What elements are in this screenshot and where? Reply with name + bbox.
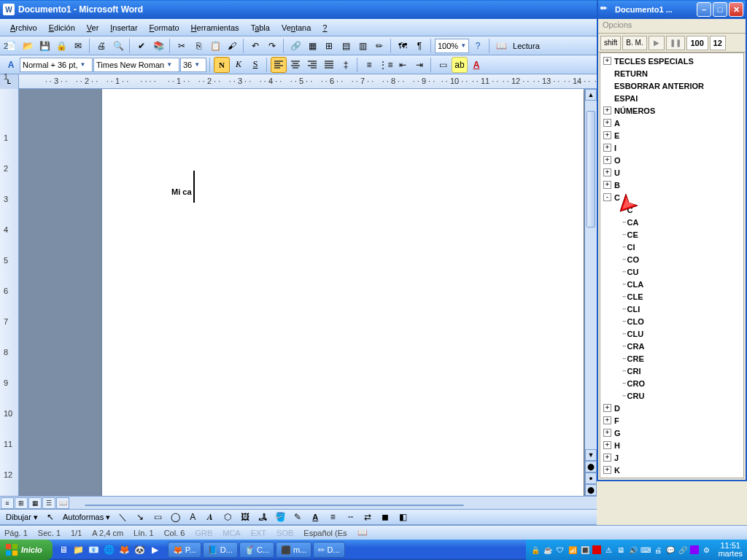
pause-button[interactable]: ❚❚	[666, 36, 685, 50]
research-button[interactable]: 📚	[150, 38, 166, 54]
fontsize-combo[interactable]: 36▼	[180, 58, 206, 72]
ql-outlook-icon[interactable]: 📧	[88, 543, 101, 556]
line-color-button[interactable]: ✎	[290, 509, 306, 525]
scroll-thumb-v[interactable]	[587, 111, 595, 228]
syllable-tree[interactable]: +TECLES ESPECIALSRETURNESBORRAR ANTERIOR…	[600, 52, 744, 478]
indent-button[interactable]: ⇥	[411, 57, 427, 73]
play-button[interactable]: ▶	[649, 36, 665, 50]
tree-node[interactable]: +O	[600, 154, 743, 166]
permissions-button[interactable]: 🔒	[53, 38, 69, 54]
start-button[interactable]: Inicio	[0, 540, 53, 560]
undo-button[interactable]: ↶	[247, 38, 263, 54]
task-button[interactable]: 📘D...	[203, 542, 238, 558]
tray-icon[interactable]: 🖥	[616, 545, 626, 555]
select-objects-button[interactable]: ↖	[42, 509, 58, 525]
menu-ventana[interactable]: Ventana	[276, 21, 317, 34]
tree-node[interactable]: +I	[600, 141, 743, 154]
tree-node[interactable]: +E	[600, 129, 743, 141]
minimize-button[interactable]: –	[697, 2, 711, 17]
sidepanel-menu[interactable]: Opcions	[598, 19, 746, 34]
align-right-button[interactable]	[304, 57, 320, 73]
print-button[interactable]: 🖨	[93, 38, 109, 54]
speed-input[interactable]	[686, 36, 708, 50]
textbox-button[interactable]: A	[185, 509, 201, 525]
tray-icon[interactable]: ⚠	[603, 545, 614, 555]
save-button[interactable]: 💾	[36, 38, 53, 54]
scrollbar-vertical[interactable]: ▲ ▼ ⬤ ● ⬤	[584, 89, 597, 496]
scroll-up-button[interactable]: ▲	[585, 89, 597, 101]
size-input[interactable]	[710, 36, 726, 50]
menu-ver[interactable]: Ver	[81, 21, 105, 34]
hyperlink-button[interactable]: 🔗	[287, 38, 303, 54]
sidepanel-titlebar[interactable]: ✏ Documento1 ... – □ ✕	[598, 0, 746, 19]
redo-button[interactable]: ↷	[264, 38, 280, 54]
drawing-button[interactable]: ✏	[371, 38, 387, 54]
tree-node[interactable]: ESBORRAR ANTERIOR	[600, 79, 743, 92]
tree-leaf[interactable]: ···CO	[600, 253, 743, 265]
menu-formato[interactable]: Formato	[144, 21, 185, 34]
numbering-button[interactable]: ≡	[361, 57, 377, 73]
status-mca[interactable]: MCA	[222, 529, 240, 537]
wordart-button[interactable]: 𝑨	[202, 509, 218, 525]
tray-icon[interactable]	[690, 545, 699, 554]
tray-icon[interactable]	[592, 545, 601, 554]
tree-leaf[interactable]: ···CRI	[600, 365, 743, 377]
show-marks-button[interactable]: ¶	[411, 38, 427, 54]
columns-button[interactable]: ▥	[355, 38, 371, 54]
browse-object-button[interactable]: ●	[585, 472, 597, 484]
menu-help[interactable]: ?	[317, 21, 333, 34]
tree-node[interactable]: +A	[600, 117, 743, 129]
highlight-button[interactable]: ab	[452, 57, 468, 73]
tree-node[interactable]: +TECLES ESPECIALS	[600, 55, 743, 67]
fill-color-button[interactable]: 🪣	[272, 509, 288, 525]
ql-media-icon[interactable]: ▶	[149, 543, 162, 556]
tree-leaf[interactable]: ···CLU	[600, 327, 743, 340]
tree-leaf[interactable]: ···CLE	[600, 290, 743, 303]
ql-desktop-icon[interactable]: 🖥	[57, 543, 70, 556]
menu-herramientas[interactable]: Herramientas	[185, 21, 245, 34]
tree-leaf[interactable]: ···C	[600, 203, 743, 216]
task-button[interactable]: ⬛m...	[276, 542, 311, 558]
tree-node[interactable]: RETURN	[600, 67, 743, 79]
scroll-thumb-h[interactable]	[85, 505, 464, 506]
ql-panda-icon[interactable]: 🐼	[133, 543, 147, 556]
tray-icon[interactable]: 🔳	[580, 545, 590, 555]
status-ext[interactable]: EXT	[251, 529, 266, 537]
clipart-button[interactable]: 🖼	[237, 509, 253, 525]
bold-button[interactable]: N	[214, 57, 230, 73]
arrow-button[interactable]: ↘	[132, 509, 148, 525]
3d-button[interactable]: ◧	[395, 509, 411, 525]
format-painter-button[interactable]: 🖌	[224, 38, 240, 54]
autoshapes-menu[interactable]: Autoformas ▾	[60, 513, 113, 522]
browse-next-button[interactable]: ⬤	[585, 484, 597, 496]
tree-leaf[interactable]: ···CLI	[600, 303, 743, 315]
tree-leaf[interactable]: ···CLA	[600, 278, 743, 290]
draw-menu[interactable]: Dibujar ▾	[3, 513, 41, 522]
menu-insertar[interactable]: Insertar	[104, 21, 143, 34]
tree-node[interactable]: +B	[600, 179, 743, 191]
status-lang[interactable]: Español (Es	[303, 529, 347, 537]
document-text[interactable]: Mi ca	[171, 166, 195, 203]
tree-node[interactable]: +D	[600, 402, 743, 414]
line-button[interactable]: ＼	[115, 509, 131, 525]
document-scroll[interactable]: Mi ca	[19, 89, 597, 509]
web-view-button[interactable]: ⊞	[15, 497, 28, 509]
mail-button[interactable]: ✉	[70, 38, 86, 54]
task-button[interactable]: 🦊P...	[168, 542, 201, 558]
tree-node[interactable]: ESPAI	[600, 92, 743, 104]
tray-icon[interactable]: ⌨	[640, 545, 651, 555]
arrow-style-button[interactable]: ⇄	[360, 509, 376, 525]
font-combo[interactable]: Times New Roman▼	[93, 58, 179, 72]
tray-icon[interactable]: 💬	[665, 545, 676, 555]
tray-icon[interactable]: ☕	[543, 545, 553, 555]
picture-button[interactable]: 🏞	[255, 509, 271, 525]
tree-leaf[interactable]: ···CI	[600, 241, 743, 253]
justify-button[interactable]	[321, 57, 337, 73]
print-preview-button[interactable]: 🔍	[110, 38, 126, 54]
diagram-button[interactable]: ⬡	[220, 509, 236, 525]
reading-label[interactable]: Lectura	[510, 42, 543, 50]
outdent-button[interactable]: ⇤	[395, 57, 411, 73]
maximize-button[interactable]: □	[713, 2, 727, 17]
cut-button[interactable]: ✂	[174, 38, 190, 54]
ql-ie-icon[interactable]: 🌐	[103, 543, 116, 556]
